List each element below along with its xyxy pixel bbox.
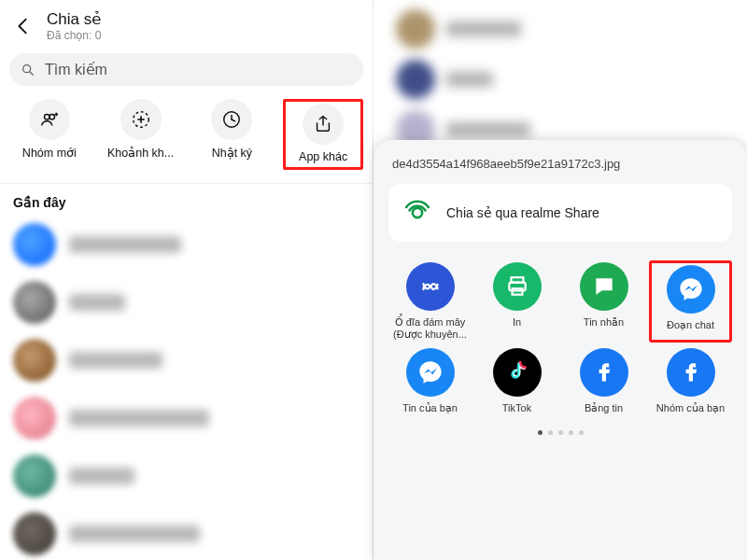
avatar	[13, 281, 56, 324]
dot	[579, 430, 584, 435]
facebook-icon	[677, 358, 705, 386]
share-app-your-news[interactable]: Tin của bạn	[388, 346, 472, 416]
contact-name-blurred	[69, 525, 200, 542]
share-app-facebook-group[interactable]: Nhóm của bạn	[649, 346, 732, 416]
background-blurred-contacts	[374, 0, 747, 140]
action-label: App khác	[299, 150, 347, 163]
back-icon[interactable]	[13, 16, 34, 36]
action-label: Khoảnh kh...	[107, 146, 174, 160]
clock-icon	[221, 109, 242, 130]
dot	[569, 430, 573, 435]
list-item[interactable]	[0, 331, 373, 389]
share-app-messages[interactable]: Tin nhắn	[562, 260, 645, 343]
header-subtitle: Đã chọn: 0	[47, 29, 101, 42]
contact-name-blurred	[69, 236, 181, 253]
list-item[interactable]	[0, 505, 373, 560]
list-item[interactable]	[0, 216, 373, 273]
plus-circle-dashed-icon	[131, 109, 151, 130]
share-sheet: de4d3554a14f968aeeb5f9e21a9172c3.jpg Chi…	[374, 140, 747, 560]
realme-share-icon	[402, 197, 433, 229]
svg-point-0	[23, 64, 31, 72]
share-app-label: Tin nhắn	[584, 316, 624, 329]
action-new-group[interactable]: Nhóm mới	[9, 99, 90, 170]
group-add-icon	[39, 109, 60, 130]
action-moment[interactable]: Khoảnh kh...	[101, 99, 181, 170]
share-app-facebook-feed[interactable]: Bảng tin	[562, 346, 645, 416]
avatar	[13, 512, 56, 555]
list-item[interactable]	[0, 273, 373, 331]
list-item[interactable]	[0, 389, 373, 447]
share-app-label: TikTok	[502, 402, 531, 414]
share-app-print[interactable]: In	[475, 260, 558, 343]
contact-name-blurred	[69, 410, 209, 427]
share-app-cloud-drive[interactable]: Ổ đĩa đám mây (Được khuyên...	[388, 260, 472, 343]
search-placeholder: Tìm kiếm	[45, 61, 107, 78]
system-share-sheet-panel: de4d3554a14f968aeeb5f9e21a9172c3.jpg Chi…	[374, 0, 747, 560]
action-label: Nhật ký	[212, 146, 252, 160]
avatar	[13, 455, 56, 497]
svg-point-3	[49, 115, 55, 120]
avatar	[13, 397, 56, 440]
action-story[interactable]: Nhật ký	[191, 99, 272, 170]
search-icon	[21, 63, 35, 77]
messenger-icon	[417, 359, 444, 385]
action-other-apps[interactable]: App khác	[283, 99, 363, 170]
share-apps-grid: Ổ đĩa đám mây (Được khuyên... In Tin nhắ…	[388, 260, 732, 417]
share-app-messenger-chat[interactable]: Đoạn chat	[649, 260, 732, 343]
messenger-icon	[678, 276, 704, 302]
tiktok-icon	[505, 360, 529, 385]
svg-line-11	[232, 119, 235, 121]
action-label: Nhóm mới	[22, 146, 77, 160]
share-app-label: In	[513, 316, 521, 329]
list-item[interactable]	[0, 447, 373, 505]
search-input[interactable]: Tìm kiếm	[9, 53, 363, 86]
svg-point-2	[44, 115, 49, 120]
dot	[558, 430, 563, 435]
realme-share-label: Chia sẻ qua realme Share	[446, 205, 599, 220]
svg-line-1	[30, 72, 33, 75]
page-indicator	[388, 430, 732, 435]
contact-name-blurred	[69, 352, 162, 369]
share-filename: de4d3554a14f968aeeb5f9e21a9172c3.jpg	[392, 157, 728, 171]
share-icon	[313, 114, 333, 134]
printer-icon	[505, 274, 529, 299]
avatar	[13, 223, 56, 266]
dot-active	[538, 430, 543, 435]
share-app-tiktok[interactable]: TikTok	[475, 346, 558, 416]
share-app-label: Bảng tin	[585, 402, 623, 414]
infinity-icon	[416, 273, 444, 301]
left-header: Chia sẻ Đã chọn: 0	[0, 0, 373, 48]
realme-share-card[interactable]: Chia sẻ qua realme Share	[388, 184, 732, 242]
svg-point-12	[413, 208, 422, 217]
facebook-icon	[590, 358, 618, 386]
share-app-label: Tin của bạn	[402, 402, 458, 414]
dot	[548, 430, 553, 435]
recent-section-label: Gần đây	[0, 184, 373, 216]
header-title: Chia sẻ	[47, 9, 101, 29]
share-actions-row: Nhóm mới Khoảnh kh... Nhật ký App khác	[0, 91, 373, 184]
share-app-label: Đoạn chat	[667, 319, 714, 331]
contact-name-blurred	[69, 468, 134, 484]
share-panel-left: Chia sẻ Đã chọn: 0 Tìm kiếm Nhóm mới Kho…	[0, 0, 374, 560]
share-app-label: Ổ đĩa đám mây (Được khuyên...	[392, 316, 469, 341]
share-app-label: Nhóm của bạn	[656, 402, 725, 414]
avatar	[13, 339, 56, 382]
contact-name-blurred	[69, 294, 125, 311]
chat-bubble-icon	[592, 274, 616, 299]
